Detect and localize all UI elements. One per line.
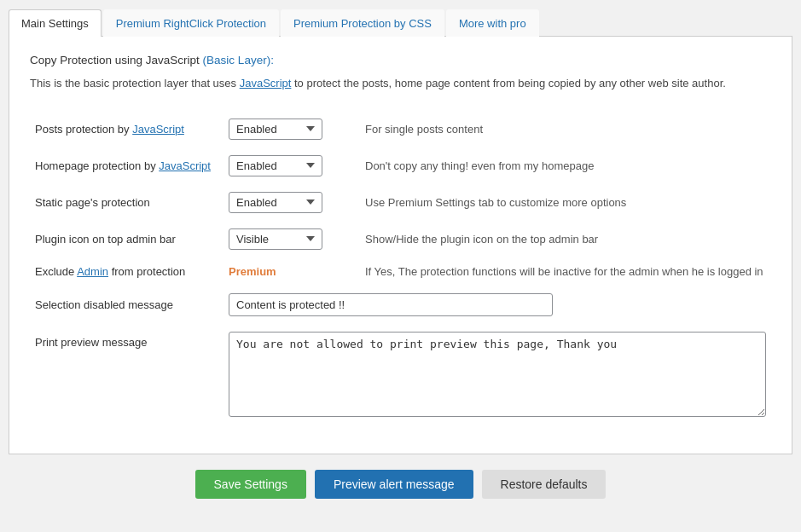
table-row: Print preview message You are not allowe…	[30, 324, 771, 427]
row-control-static: Enabled Disabled	[223, 184, 360, 221]
plugin-icon-select[interactable]: Visible Hidden	[229, 228, 322, 250]
table-row: Homepage protection by JavaScript Enable…	[30, 147, 771, 184]
javascript-link[interactable]: JavaScript	[240, 77, 292, 90]
row-label-admin: Exclude Admin from protection	[30, 257, 223, 286]
tab-css-protection[interactable]: Premium Protection by CSS	[281, 9, 444, 37]
tab-main-settings[interactable]: Main Settings	[9, 9, 102, 37]
row-label-posts: Posts protection by JavaScript	[30, 111, 223, 147]
section-title-highlight: (Basic Layer):	[203, 54, 274, 66]
row-label-print-msg: Print preview message	[30, 324, 223, 427]
row-control-icon: Visible Hidden	[223, 221, 360, 257]
row-control-posts: Enabled Disabled	[223, 111, 360, 147]
section-description: This is the basic protection layer that …	[30, 75, 771, 92]
row-label-icon: Plugin icon on top admin bar	[30, 221, 223, 257]
table-row: Plugin icon on top admin bar Visible Hid…	[30, 221, 771, 257]
section-title: Copy Protection using JavaScript (Basic …	[30, 54, 771, 66]
static-protection-select[interactable]: Enabled Disabled	[229, 192, 322, 213]
section-desc-suffix: to protect the posts, home page content …	[291, 77, 725, 90]
row-note-posts: For single posts content	[360, 111, 771, 147]
row-note-homepage: Don't copy any thing! even from my homep…	[360, 147, 771, 184]
main-content: Copy Protection using JavaScript (Basic …	[9, 37, 792, 454]
tab-rightclick-protection[interactable]: Premium RightClick Protection	[103, 9, 279, 37]
row-control-homepage: Enabled Disabled	[223, 147, 360, 184]
table-row: Exclude Admin from protection Premium If…	[30, 257, 771, 286]
javascript-link-posts[interactable]: JavaScript	[132, 123, 184, 136]
tab-more-pro[interactable]: More with pro	[446, 9, 539, 37]
row-label-selection-msg: Selection disabled message	[30, 286, 223, 324]
row-label-homepage: Homepage protection by JavaScript	[30, 147, 223, 184]
table-row: Selection disabled message	[30, 286, 771, 324]
print-message-textarea[interactable]: You are not allowed to print preview thi…	[229, 332, 766, 417]
table-row: Static page's protection Enabled Disable…	[30, 184, 771, 221]
premium-badge: Premium	[229, 265, 276, 278]
settings-table: Posts protection by JavaScript Enabled D…	[30, 111, 771, 427]
restore-button[interactable]: Restore defaults	[482, 470, 607, 499]
table-row: Posts protection by JavaScript Enabled D…	[30, 111, 771, 147]
homepage-protection-select[interactable]: Enabled Disabled	[229, 155, 322, 176]
preview-button[interactable]: Preview alert message	[315, 470, 473, 499]
javascript-link-homepage[interactable]: JavaScript	[159, 159, 211, 172]
row-note-static: Use Premium Settings tab to customize mo…	[360, 184, 771, 221]
selection-message-input[interactable]	[229, 293, 553, 316]
tabs-bar: Main Settings Premium RightClick Protect…	[9, 9, 792, 37]
posts-protection-select[interactable]: Enabled Disabled	[229, 119, 322, 140]
admin-link[interactable]: Admin	[77, 265, 108, 278]
row-control-print-msg: You are not allowed to print preview thi…	[223, 324, 771, 427]
row-control-selection-msg	[223, 286, 771, 324]
row-note-icon: Show/Hide the plugin icon on the top adm…	[360, 221, 771, 257]
row-label-static: Static page's protection	[30, 184, 223, 221]
section-title-prefix: Copy Protection using JavaScript	[30, 54, 203, 66]
save-button[interactable]: Save Settings	[195, 470, 306, 499]
section-desc-prefix: This is the basic protection layer that …	[30, 77, 240, 90]
row-note-admin: If Yes, The protection functions will be…	[360, 257, 771, 286]
row-control-admin: Premium	[223, 257, 360, 286]
buttons-bar: Save Settings Preview alert message Rest…	[9, 454, 792, 507]
